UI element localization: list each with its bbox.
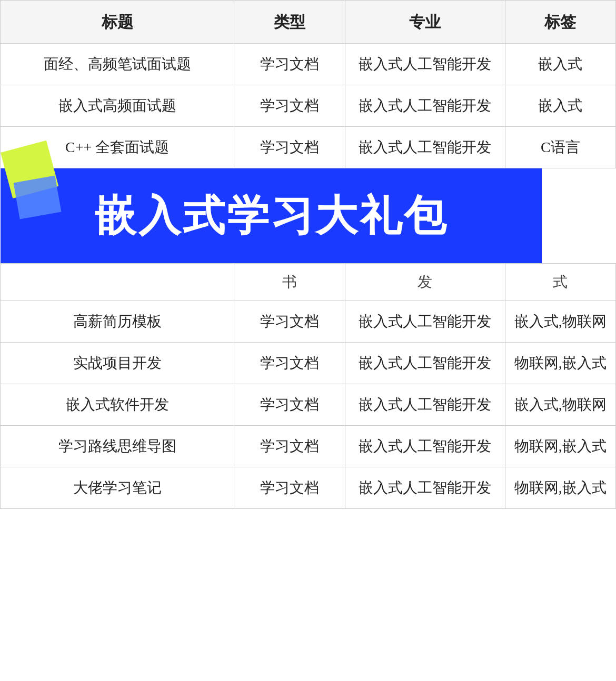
row2-type: 学习文档 (234, 85, 345, 127)
row4-title: 高薪简历模板 (1, 301, 234, 343)
row6-tag: 嵌入式,物联网 (505, 384, 615, 426)
table-row: 大佬学习笔记 学习文档 嵌入式人工智能开发 物联网,嵌入式 (1, 467, 616, 509)
header-specialty: 专业 (345, 1, 505, 44)
table-row: C++ 全套面试题 学习文档 嵌入式人工智能开发 C语言 (1, 127, 616, 168)
header-title: 标题 (1, 1, 234, 44)
row5-type: 学习文档 (234, 343, 345, 384)
banner-text: 嵌入式学习大礼包 (94, 184, 448, 247)
partial-tag: 式 (505, 264, 615, 301)
table-row: 高薪简历模板 学习文档 嵌入式人工智能开发 嵌入式,物联网 (1, 301, 616, 343)
row4-type: 学习文档 (234, 301, 345, 343)
partial-title (1, 264, 234, 301)
row7-tag: 物联网,嵌入式 (505, 426, 615, 467)
banner-overlay: 嵌入式学习大礼包 (1, 168, 542, 263)
row8-specialty: 嵌入式人工智能开发 (345, 467, 505, 509)
table-header-row: 标题 类型 专业 标签 (1, 1, 616, 44)
content-table: 标题 类型 专业 标签 面经、高频笔试面试题 学习文档 嵌入式人工智能开发 嵌入… (0, 0, 616, 509)
row5-title: 实战项目开发 (1, 343, 234, 384)
row1-title: 面经、高频笔试面试题 (1, 44, 234, 85)
row6-specialty: 嵌入式人工智能开发 (345, 384, 505, 426)
table-row: 嵌入式软件开发 学习文档 嵌入式人工智能开发 嵌入式,物联网 (1, 384, 616, 426)
row3-tag: C语言 (505, 127, 615, 168)
header-type: 类型 (234, 1, 345, 44)
table-row: 实战项目开发 学习文档 嵌入式人工智能开发 物联网,嵌入式 (1, 343, 616, 384)
table-row: 面经、高频笔试面试题 学习文档 嵌入式人工智能开发 嵌入式 (1, 44, 616, 85)
row7-specialty: 嵌入式人工智能开发 (345, 426, 505, 467)
row5-tag: 物联网,嵌入式 (505, 343, 615, 384)
partial-type: 书 (234, 264, 345, 301)
partial-row: 书 发 式 (1, 264, 616, 301)
sticky-note-blue (13, 176, 61, 219)
row3-type: 学习文档 (234, 127, 345, 168)
row5-specialty: 嵌入式人工智能开发 (345, 343, 505, 384)
partial-specialty: 发 (345, 264, 505, 301)
row3-specialty: 嵌入式人工智能开发 (345, 127, 505, 168)
banner-row: 嵌入式学习大礼包 (1, 168, 616, 264)
row8-type: 学习文档 (234, 467, 345, 509)
row7-title: 学习路线思维导图 (1, 426, 234, 467)
banner-cell: 嵌入式学习大礼包 (1, 168, 616, 263)
row6-title: 嵌入式软件开发 (1, 384, 234, 426)
row7-type: 学习文档 (234, 426, 345, 467)
row2-specialty: 嵌入式人工智能开发 (345, 85, 505, 127)
row8-tag: 物联网,嵌入式 (505, 467, 615, 509)
banner-cell-container: 嵌入式学习大礼包 (1, 168, 616, 264)
row1-type: 学习文档 (234, 44, 345, 85)
row4-tag: 嵌入式,物联网 (505, 301, 615, 343)
row2-title: 嵌入式高频面试题 (1, 85, 234, 127)
table-row: 学习路线思维导图 学习文档 嵌入式人工智能开发 物联网,嵌入式 (1, 426, 616, 467)
row6-type: 学习文档 (234, 384, 345, 426)
row1-specialty: 嵌入式人工智能开发 (345, 44, 505, 85)
row1-tag: 嵌入式 (505, 44, 615, 85)
row8-title: 大佬学习笔记 (1, 467, 234, 509)
row2-tag: 嵌入式 (505, 85, 615, 127)
row4-specialty: 嵌入式人工智能开发 (345, 301, 505, 343)
header-tag: 标签 (505, 1, 615, 44)
table-row: 嵌入式高频面试题 学习文档 嵌入式人工智能开发 嵌入式 (1, 85, 616, 127)
main-container: 标题 类型 专业 标签 面经、高频笔试面试题 学习文档 嵌入式人工智能开发 嵌入… (0, 0, 616, 509)
